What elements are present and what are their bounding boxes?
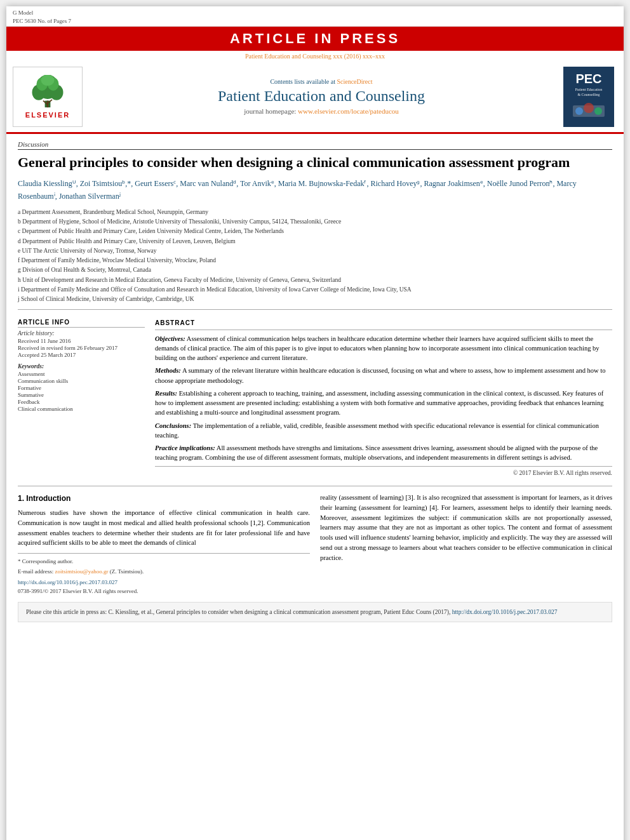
body-columns: 1. Introduction Numerous studies have sh… — [18, 493, 612, 596]
abstract-objectives: Objectives: Assessment of clinical commu… — [155, 334, 612, 363]
conclusions-text: The implementation of a reliable, valid,… — [155, 422, 599, 439]
main-content: Discussion General principles to conside… — [6, 134, 624, 629]
elsevier-tree-icon — [25, 75, 70, 110]
practice-text: All assessment methods have strengths an… — [155, 444, 598, 461]
license-line: 0738-3991/© 2017 Elsevier B.V. All right… — [18, 587, 310, 596]
sciencedirect-line: Contents lists available at ScienceDirec… — [89, 78, 554, 85]
abstract-results: Results: Establishing a coherent approac… — [155, 389, 612, 418]
sciencedirect-link[interactable]: ScienceDirect — [337, 78, 372, 85]
journal-title: Patient Education and Counseling — [89, 88, 554, 105]
section-label: Discussion — [18, 140, 612, 150]
authors: Claudia Kiesslingᵁ, Zoi Tsimtsiouᵇ,*, Ge… — [18, 178, 612, 202]
elsevier-logo: ELSEVIER — [13, 67, 83, 127]
copyright: © 2017 Elsevier B.V. All rights reserved… — [155, 466, 612, 478]
svg-point-13 — [594, 107, 602, 115]
pec-logo-graphic — [568, 100, 609, 122]
journal-citation: Patient Education and Counseling xxx (20… — [6, 51, 624, 62]
results-text: Establishing a coherent approach to teac… — [155, 390, 604, 416]
affiliation-j: j School of Clinical Medicine, Universit… — [18, 295, 612, 303]
revised-date: Received in revised form 26 February 201… — [18, 345, 145, 351]
conclusions-label: Conclusions: — [155, 422, 191, 429]
keyword-0: Assessment — [18, 371, 145, 377]
keyword-4: Feedback — [18, 399, 145, 405]
citation-box: Please cite this article in press as: C.… — [18, 602, 612, 622]
affiliation-e: e UiT The Arctic University of Norway, T… — [18, 246, 612, 255]
corresponding-label: * Corresponding author. — [18, 557, 310, 566]
citation-text: Please cite this article in press as: C.… — [26, 609, 450, 615]
g-model-label: G Model — [13, 10, 33, 16]
elsevier-wordmark: ELSEVIER — [25, 111, 70, 119]
svg-point-11 — [575, 107, 583, 115]
doi-link[interactable]: http://dx.doi.org/10.1016/j.pec.2017.03.… — [18, 579, 117, 585]
journal-header: ELSEVIER Contents lists available at Sci… — [6, 62, 624, 134]
journal-center: Contents lists available at ScienceDirec… — [89, 67, 554, 127]
footer-note: * Corresponding author. E-mail address: … — [18, 553, 310, 596]
email-line: E-mail address: zoitsimtsiou@yahoo.gr (Z… — [18, 568, 310, 577]
keyword-3: Summative — [18, 392, 145, 398]
section-divider — [18, 486, 612, 486]
homepage-url[interactable]: www.elsevier.com/locate/pateducou — [298, 107, 399, 115]
affiliations: a Department Assessment, Brandenburg Med… — [18, 208, 612, 310]
article-in-press-banner: ARTICLE IN PRESS — [6, 27, 624, 51]
body-col-right: reality (assessment of learning) [3]. It… — [320, 493, 612, 596]
abstract-conclusions: Conclusions: The implementation of a rel… — [155, 421, 612, 440]
intro-heading: 1. Introduction — [18, 493, 310, 504]
keywords-section: Keywords: Assessment Communication skill… — [18, 363, 145, 412]
affiliation-i: i Department of Family Medicine and Offi… — [18, 285, 612, 294]
methods-text: A summary of the relevant literature wit… — [155, 367, 605, 383]
keyword-1: Communication skills — [18, 378, 145, 384]
affiliation-f: f Department of Family Medicine, Wroclaw… — [18, 256, 612, 265]
doi-line: http://dx.doi.org/10.1016/j.pec.2017.03.… — [18, 578, 310, 587]
pec-label: PEC 5630 No. of Pages 7 — [13, 18, 71, 24]
affiliation-a: a Department Assessment, Brandenburg Med… — [18, 208, 612, 217]
article-info-panel: ARTICLE INFO Article history: Received 1… — [18, 319, 145, 478]
affiliation-b: b Department of Hygiene, School of Medic… — [18, 217, 612, 226]
top-banner: G Model PEC 5630 No. of Pages 7 — [6, 6, 624, 27]
journal-citation-link[interactable]: Patient Education and Counseling xxx (20… — [245, 53, 385, 60]
keyword-2: Formative — [18, 385, 145, 391]
affiliation-d: d Department of Public Health and Primar… — [18, 237, 612, 246]
svg-point-6 — [41, 75, 55, 86]
body-col-left: 1. Introduction Numerous studies have sh… — [18, 493, 310, 596]
objectives-text: Assessment of clinical communication hel… — [155, 335, 600, 361]
journal-homepage: journal homepage: www.elsevier.com/locat… — [89, 107, 554, 115]
accepted-date: Accepted 25 March 2017 — [18, 352, 145, 358]
citation-doi[interactable]: http://dx.doi.org/10.1016/j.pec.2017.03.… — [452, 609, 558, 615]
abstract-header: Abstract — [155, 319, 612, 330]
affiliation-g: g Division of Oral Health & Society, Mon… — [18, 265, 612, 274]
keywords-label: Keywords: — [18, 363, 145, 370]
history-label: Article history: — [18, 330, 145, 337]
svg-point-12 — [584, 103, 594, 113]
abstract-methods: Methods: A summary of the relevant liter… — [155, 366, 612, 385]
pec-acronym: PEC — [568, 72, 609, 86]
abstract-practice: Practice implications: All assessment me… — [155, 443, 612, 462]
article-info-abstract: ARTICLE INFO Article history: Received 1… — [18, 315, 612, 478]
received-date: Received 11 June 2016 — [18, 338, 145, 344]
pec-full-name: Patient Education& Counselling — [568, 88, 609, 98]
top-banner-left: G Model PEC 5630 No. of Pages 7 — [13, 9, 71, 25]
keyword-5: Clinical communication — [18, 406, 145, 412]
affiliation-h: h Unit of Development and Research in Me… — [18, 276, 612, 284]
results-label: Results: — [155, 390, 177, 397]
pec-logo: PEC Patient Education& Counselling — [560, 67, 617, 127]
objectives-label: Objectives: — [155, 335, 185, 342]
affiliation-c: c Department of Public Health and Primar… — [18, 227, 612, 236]
page: G Model PEC 5630 No. of Pages 7 ARTICLE … — [6, 6, 624, 840]
intro-para-right: reality (assessment of learning) [3]. It… — [320, 493, 612, 563]
article-title: General principles to consider when desi… — [18, 154, 612, 172]
methods-label: Methods: — [155, 367, 181, 374]
intro-para-left: Numerous studies have shown the importan… — [18, 508, 310, 548]
email-link[interactable]: zoitsimtsiou@yahoo.gr — [55, 568, 108, 575]
practice-label: Practice implications: — [155, 444, 215, 451]
article-info-header: ARTICLE INFO — [18, 319, 145, 328]
abstract-section: Abstract Objectives: Assessment of clini… — [155, 319, 612, 478]
